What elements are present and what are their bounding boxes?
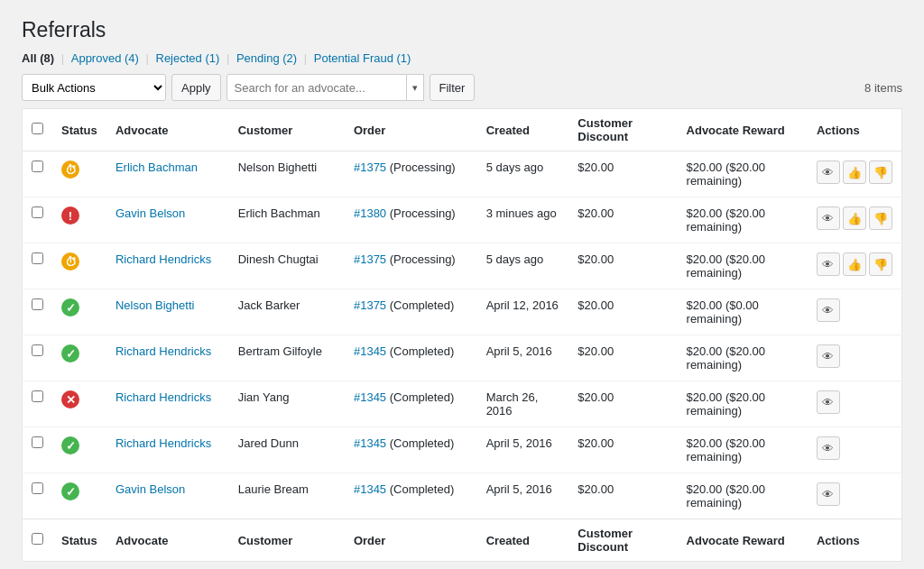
view-button[interactable]: 👁 xyxy=(817,298,840,322)
order-cell: #1345 (Completed) xyxy=(345,381,477,427)
view-button[interactable]: 👁 xyxy=(817,482,840,506)
created-cell: 3 minues ago xyxy=(477,197,569,243)
advocate-link[interactable]: Gavin Belson xyxy=(116,206,185,220)
discount-cell: $20.00 xyxy=(568,335,677,381)
advocate-cell: Nelson Bighetti xyxy=(106,289,229,335)
filter-link-potential-fraud[interactable]: Potential Fraud (1) xyxy=(314,51,411,65)
action-buttons: 👁 xyxy=(817,298,892,322)
advocate-link[interactable]: Richard Hendricks xyxy=(116,390,211,404)
order-link[interactable]: #1345 xyxy=(354,344,386,358)
action-buttons: 👁👍👎 xyxy=(817,206,892,230)
reject-button[interactable]: 👎 xyxy=(869,252,892,276)
filter-link-pending[interactable]: Pending (2) xyxy=(236,51,297,65)
row-checkbox-cell xyxy=(23,335,53,381)
advocate-link[interactable]: Richard Hendricks xyxy=(116,436,211,450)
status-icon-pending: ⏱ xyxy=(61,161,79,179)
customer-cell: Jack Barker xyxy=(229,289,345,335)
col-header-discount: Customer Discount xyxy=(568,109,677,151)
filter-link-rejected[interactable]: Rejected (1) xyxy=(156,51,220,65)
view-button[interactable]: 👁 xyxy=(817,161,840,184)
advocate-link[interactable]: Gavin Belson xyxy=(116,482,185,496)
actions-cell: 👁👍👎 xyxy=(808,243,902,289)
row-checkbox[interactable] xyxy=(32,482,43,494)
row-checkbox[interactable] xyxy=(32,252,43,264)
filter-link-approved[interactable]: Approved (4) xyxy=(71,51,139,65)
advocate-cell: Erlich Bachman xyxy=(106,151,229,197)
discount-cell: $20.00 xyxy=(568,289,677,335)
filter-button[interactable]: Filter xyxy=(430,74,476,101)
status-cell: ✓ xyxy=(52,427,106,473)
table-row: ⏱ Erlich Bachman Nelson Bighetti #1375 (… xyxy=(23,151,902,197)
order-link[interactable]: #1345 xyxy=(354,436,386,450)
bulk-actions-select[interactable]: Bulk Actions xyxy=(22,74,166,101)
advocate-link[interactable]: Erlich Bachman xyxy=(116,161,198,174)
actions-cell: 👁 xyxy=(808,335,902,381)
table-row: ✓ Richard Hendricks Bertram Gilfoyle #13… xyxy=(23,335,902,381)
view-button[interactable]: 👁 xyxy=(817,252,840,276)
reward-cell: $20.00 ($20.00 remaining) xyxy=(678,197,808,243)
discount-cell: $20.00 xyxy=(568,381,677,427)
advocate-link[interactable]: Richard Hendricks xyxy=(116,252,211,266)
row-checkbox[interactable] xyxy=(32,298,43,310)
col-footer-status: Status xyxy=(52,519,106,562)
created-cell: March 26, 2016 xyxy=(477,381,569,427)
col-header-order: Order xyxy=(345,109,477,151)
search-input[interactable] xyxy=(226,74,407,101)
advocate-link[interactable]: Richard Hendricks xyxy=(116,344,211,358)
row-checkbox[interactable] xyxy=(32,161,43,172)
table-row: ✓ Gavin Belson Laurie Bream #1345 (Compl… xyxy=(23,473,902,519)
filter-links: All (8) | Approved (4) | Rejected (1) | … xyxy=(22,51,902,65)
status-icon-rejected: ✕ xyxy=(61,390,79,408)
order-cell: #1375 (Processing) xyxy=(345,243,477,289)
discount-cell: $20.00 xyxy=(568,151,677,197)
reject-button[interactable]: 👎 xyxy=(869,161,892,184)
order-cell: #1375 (Processing) xyxy=(345,151,477,197)
col-footer-customer: Customer xyxy=(229,519,345,562)
view-button[interactable]: 👁 xyxy=(817,390,840,414)
advocate-cell: Richard Hendricks xyxy=(106,381,229,427)
status-cell: ✕ xyxy=(52,381,106,427)
col-footer-order: Order xyxy=(345,519,477,562)
advocate-cell: Gavin Belson xyxy=(106,473,229,519)
approve-button[interactable]: 👍 xyxy=(843,252,866,276)
order-link[interactable]: #1375 xyxy=(354,298,386,312)
search-dropdown-button[interactable]: ▾ xyxy=(407,74,424,101)
advocate-link[interactable]: Nelson Bighetti xyxy=(116,298,194,312)
status-icon-approved: ✓ xyxy=(61,482,79,500)
table-row: ✓ Nelson Bighetti Jack Barker #1375 (Com… xyxy=(23,289,902,335)
reject-button[interactable]: 👎 xyxy=(869,206,892,230)
reward-cell: $20.00 ($20.00 remaining) xyxy=(678,243,808,289)
created-cell: April 5, 2016 xyxy=(477,335,569,381)
created-cell: 5 days ago xyxy=(477,243,569,289)
row-checkbox[interactable] xyxy=(32,206,43,218)
row-checkbox[interactable] xyxy=(32,436,43,448)
table-row: ! Gavin Belson Erlich Bachman #1380 (Pro… xyxy=(23,197,902,243)
order-link[interactable]: #1375 xyxy=(354,252,386,266)
view-button[interactable]: 👁 xyxy=(817,344,840,368)
row-checkbox-cell xyxy=(23,473,53,519)
order-link[interactable]: #1345 xyxy=(354,390,386,404)
col-header-advocate: Advocate xyxy=(106,109,229,151)
view-button[interactable]: 👁 xyxy=(817,436,840,460)
order-link[interactable]: #1375 xyxy=(354,161,386,174)
status-icon-approved: ✓ xyxy=(61,298,79,317)
approve-button[interactable]: 👍 xyxy=(843,206,866,230)
reward-cell: $20.00 ($0.00 remaining) xyxy=(678,289,808,335)
approve-button[interactable]: 👍 xyxy=(843,161,866,184)
row-checkbox[interactable] xyxy=(32,390,43,402)
status-cell: ✓ xyxy=(52,473,106,519)
select-all-checkbox-bottom[interactable] xyxy=(32,533,43,545)
row-checkbox[interactable] xyxy=(32,344,43,356)
advocate-cell: Gavin Belson xyxy=(106,197,229,243)
status-cell: ✓ xyxy=(52,289,106,335)
toolbar: Bulk Actions Apply ▾ Filter 8 items xyxy=(22,74,902,101)
order-link[interactable]: #1380 xyxy=(354,206,386,220)
apply-button[interactable]: Apply xyxy=(171,74,221,101)
order-link[interactable]: #1345 xyxy=(354,482,386,496)
view-button[interactable]: 👁 xyxy=(817,206,840,230)
select-all-checkbox[interactable] xyxy=(32,123,43,134)
filter-link-all[interactable]: All (8) xyxy=(22,51,54,65)
search-group: ▾ xyxy=(226,74,424,101)
advocate-cell: Richard Hendricks xyxy=(106,427,229,473)
status-cell: ⏱ xyxy=(52,151,106,197)
